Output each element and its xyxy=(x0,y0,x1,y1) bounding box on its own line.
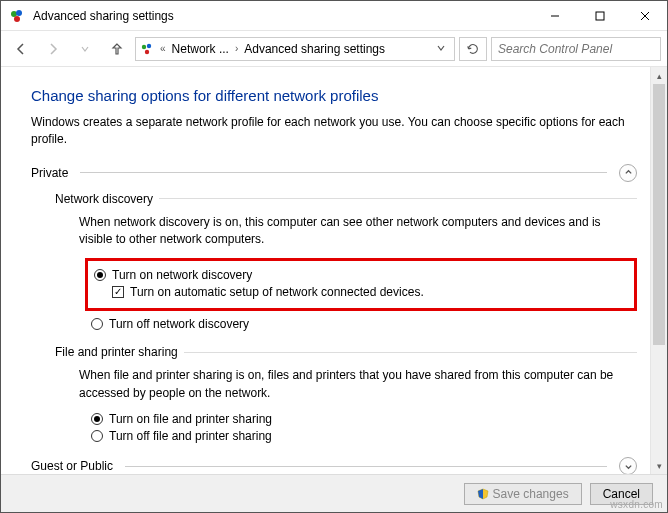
svg-point-2 xyxy=(14,16,20,22)
divider xyxy=(184,352,637,353)
page-heading: Change sharing options for different net… xyxy=(31,87,637,104)
chevron-right-icon: › xyxy=(233,43,240,54)
svg-point-7 xyxy=(142,44,146,48)
minimize-button[interactable] xyxy=(532,1,577,30)
svg-rect-4 xyxy=(596,12,604,20)
network-icon xyxy=(140,42,154,56)
subsection-file-printer: File and printer sharing When file and p… xyxy=(55,345,637,443)
radio-icon xyxy=(94,269,106,281)
checkbox-icon: ✓ xyxy=(112,286,124,298)
forward-button[interactable] xyxy=(39,35,67,63)
back-button[interactable] xyxy=(7,35,35,63)
radio-off-network-discovery[interactable]: Turn off network discovery xyxy=(91,317,637,331)
radio-icon xyxy=(91,413,103,425)
collapse-icon[interactable] xyxy=(619,164,637,182)
button-label: Save changes xyxy=(493,487,569,501)
shield-icon xyxy=(477,488,489,500)
highlight-box: Turn on network discovery ✓ Turn on auto… xyxy=(85,258,637,311)
divider xyxy=(125,466,607,467)
close-button[interactable] xyxy=(622,1,667,30)
options-group: Turn on network discovery ✓ Turn on auto… xyxy=(91,258,637,331)
divider xyxy=(159,198,637,199)
radio-on-file-printer[interactable]: Turn on file and printer sharing xyxy=(91,412,637,426)
breadcrumb-item[interactable]: Advanced sharing settings xyxy=(244,42,385,56)
sub-title: Network discovery xyxy=(55,192,153,206)
checkbox-label: Turn on automatic setup of network conne… xyxy=(130,285,424,299)
sub-title: File and printer sharing xyxy=(55,345,178,359)
address-dropdown[interactable] xyxy=(432,42,450,56)
subsection-network-discovery: Network discovery When network discovery… xyxy=(55,192,637,332)
checkbox-auto-setup[interactable]: ✓ Turn on automatic setup of network con… xyxy=(112,285,628,299)
radio-label: Turn on network discovery xyxy=(112,268,252,282)
page-intro: Windows creates a separate network profi… xyxy=(31,114,637,148)
window-controls xyxy=(532,1,667,30)
app-icon xyxy=(9,8,25,24)
footer: Save changes Cancel xyxy=(1,474,667,512)
title-bar: Advanced sharing settings xyxy=(1,1,667,31)
scroll-down-icon[interactable]: ▾ xyxy=(651,457,667,474)
sub-description: When network discovery is on, this compu… xyxy=(79,214,637,249)
expand-icon[interactable] xyxy=(619,457,637,474)
toolbar: « Network ... › Advanced sharing setting… xyxy=(1,31,667,67)
scroll-track[interactable] xyxy=(651,84,667,457)
radio-label: Turn on file and printer sharing xyxy=(109,412,272,426)
scroll-thumb[interactable] xyxy=(653,84,665,345)
svg-point-1 xyxy=(16,10,22,16)
svg-point-0 xyxy=(11,11,17,17)
svg-point-9 xyxy=(145,49,149,53)
divider xyxy=(80,172,607,173)
watermark: wsxdn.com xyxy=(610,499,663,510)
section-guest: Guest or Public xyxy=(31,457,637,474)
radio-on-network-discovery[interactable]: Turn on network discovery xyxy=(94,268,628,282)
recent-dropdown[interactable] xyxy=(71,35,99,63)
section-header-private[interactable]: Private xyxy=(31,164,637,182)
radio-label: Turn off file and printer sharing xyxy=(109,429,272,443)
address-bar[interactable]: « Network ... › Advanced sharing setting… xyxy=(135,37,455,61)
radio-off-file-printer[interactable]: Turn off file and printer sharing xyxy=(91,429,637,443)
section-label: Guest or Public xyxy=(31,459,113,473)
maximize-button[interactable] xyxy=(577,1,622,30)
sub-header: File and printer sharing xyxy=(55,345,637,359)
window-title: Advanced sharing settings xyxy=(33,9,532,23)
scroll-up-icon[interactable]: ▴ xyxy=(651,67,667,84)
content-area: Change sharing options for different net… xyxy=(1,67,667,474)
section-header-guest[interactable]: Guest or Public xyxy=(31,457,637,474)
radio-icon xyxy=(91,318,103,330)
chevron-icon: « xyxy=(158,43,168,54)
refresh-button[interactable] xyxy=(459,37,487,61)
section-label: Private xyxy=(31,166,68,180)
radio-label: Turn off network discovery xyxy=(109,317,249,331)
up-button[interactable] xyxy=(103,35,131,63)
svg-point-8 xyxy=(147,43,151,47)
breadcrumb-item[interactable]: Network ... xyxy=(172,42,229,56)
radio-icon xyxy=(91,430,103,442)
vertical-scrollbar[interactable]: ▴ ▾ xyxy=(650,67,667,474)
sub-header: Network discovery xyxy=(55,192,637,206)
sub-description: When file and printer sharing is on, fil… xyxy=(79,367,637,402)
options-group: Turn on file and printer sharing Turn of… xyxy=(91,412,637,443)
save-changes-button[interactable]: Save changes xyxy=(464,483,582,505)
section-private: Private Network discovery When network d… xyxy=(31,164,637,444)
search-input[interactable] xyxy=(491,37,661,61)
